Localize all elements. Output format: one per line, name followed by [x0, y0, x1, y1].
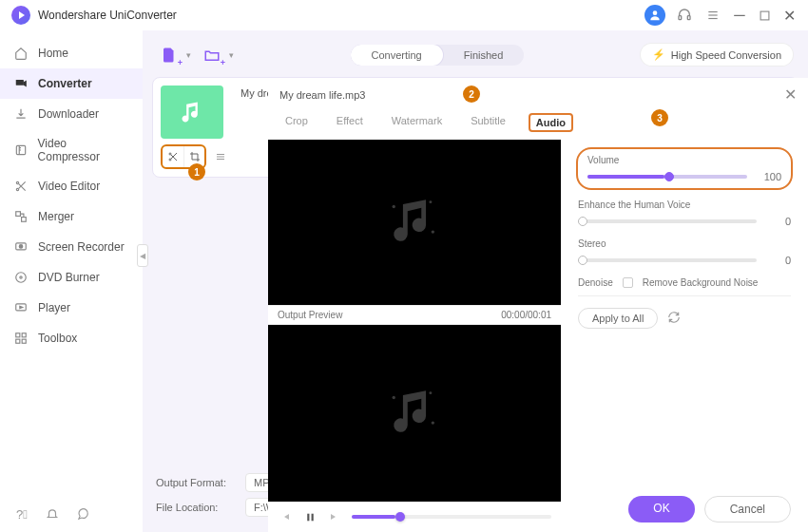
apply-to-all-button[interactable]: Apply to All: [578, 308, 658, 329]
sidebar-item-downloader[interactable]: Downloader: [0, 99, 143, 129]
volume-slider[interactable]: [587, 175, 747, 179]
sidebar-item-converter[interactable]: Converter: [0, 68, 143, 99]
toolbox-icon: [13, 331, 29, 346]
maximize-button[interactable]: [757, 10, 772, 21]
add-file-dropdown[interactable]: ▾: [186, 50, 191, 60]
download-icon: [13, 106, 29, 122]
svg-rect-19: [22, 333, 26, 337]
svg-point-23: [169, 159, 171, 161]
add-file-button[interactable]: +: [158, 45, 181, 66]
minimize-button[interactable]: ─: [732, 7, 747, 24]
svg-point-14: [19, 245, 23, 249]
app-logo: [11, 6, 30, 25]
ok-button[interactable]: OK: [628, 496, 694, 522]
sidebar-collapse-toggle[interactable]: ◀: [137, 244, 148, 267]
add-folder-button[interactable]: +: [201, 45, 223, 66]
volume-label: Volume: [587, 155, 781, 165]
denoise-row: Denoise Remove Background Noise: [578, 277, 791, 288]
enhance-slider[interactable]: [578, 219, 757, 223]
divider: [578, 295, 791, 296]
svg-rect-34: [311, 513, 313, 521]
bell-icon[interactable]: [44, 505, 61, 522]
svg-point-22: [169, 153, 171, 155]
reset-icon[interactable]: [667, 311, 681, 326]
sidebar-item-label: Merger: [38, 210, 74, 223]
sidebar-item-label: DVD Burner: [38, 271, 100, 284]
svg-rect-33: [307, 513, 309, 521]
tab-watermark[interactable]: Watermark: [386, 113, 448, 132]
sidebar-item-label: Home: [38, 47, 68, 60]
sidebar-item-label: Player: [38, 301, 70, 314]
callout-1: 1: [188, 163, 205, 180]
enhance-label: Enhance the Human Voice: [578, 200, 791, 210]
close-button[interactable]: ✕: [781, 7, 797, 25]
trim-button[interactable]: [163, 146, 183, 167]
source-preview: [268, 140, 561, 305]
playback-slider[interactable]: [352, 515, 551, 519]
bolt-icon: ⚡: [652, 48, 665, 61]
headset-icon[interactable]: [675, 6, 694, 25]
denoise-label: Denoise: [578, 277, 613, 288]
user-avatar[interactable]: [644, 5, 665, 26]
sidebar-item-label: Toolbox: [38, 332, 77, 345]
music-note-icon: [387, 193, 442, 252]
sidebar-item-player[interactable]: Player: [0, 293, 143, 323]
remove-bg-checkbox[interactable]: [623, 277, 633, 288]
sidebar-item-label: Converter: [38, 77, 92, 90]
dvd-icon: [13, 270, 29, 285]
editor-close-button[interactable]: ✕: [784, 86, 797, 104]
sidebar-item-recorder[interactable]: Screen Recorder: [0, 232, 143, 262]
svg-rect-1: [679, 16, 682, 20]
sidebar-item-label: Video Editor: [38, 180, 100, 193]
volume-value: 100: [757, 171, 781, 182]
sidebar-item-dvd[interactable]: DVD Burner: [0, 262, 143, 293]
svg-rect-6: [760, 11, 769, 20]
converter-icon: [13, 76, 29, 91]
svg-rect-21: [22, 339, 26, 343]
output-preview-label: Output Preview: [278, 310, 342, 320]
chat-icon[interactable]: [74, 505, 91, 522]
more-options-button[interactable]: [210, 146, 231, 167]
record-icon: [13, 239, 29, 255]
output-preview: [268, 325, 561, 502]
add-folder-dropdown[interactable]: ▾: [229, 50, 234, 60]
help-icon[interactable]: ?⃝: [13, 505, 30, 522]
file-thumbnail: [161, 86, 223, 139]
seg-converting[interactable]: Converting: [351, 45, 443, 66]
svg-point-27: [393, 205, 395, 208]
pause-button[interactable]: [302, 509, 317, 524]
tab-subtitle[interactable]: Subtitle: [465, 113, 511, 132]
stereo-slider[interactable]: [578, 258, 757, 262]
svg-point-29: [429, 200, 432, 203]
sidebar-item-label: Screen Recorder: [38, 240, 125, 254]
svg-rect-2: [687, 16, 690, 20]
editor-panel: My dream life.mp3 ✕ Crop Effect Watermar…: [268, 78, 808, 532]
sidebar-item-editor[interactable]: Video Editor: [0, 171, 143, 201]
sidebar-item-label: Video Compressor: [38, 137, 129, 163]
merge-icon: [13, 209, 29, 224]
next-button[interactable]: [327, 509, 342, 524]
high-speed-toggle[interactable]: ⚡ High Speed Conversion: [641, 44, 793, 66]
svg-rect-11: [16, 212, 21, 217]
tab-effect[interactable]: Effect: [331, 113, 369, 132]
svg-point-32: [429, 391, 432, 394]
play-icon: [13, 300, 29, 315]
tab-audio[interactable]: Audio: [529, 113, 573, 132]
svg-point-9: [16, 181, 18, 183]
sidebar-item-toolbox[interactable]: Toolbox: [0, 323, 143, 353]
svg-rect-12: [22, 218, 27, 222]
tab-crop[interactable]: Crop: [279, 113, 314, 132]
output-format-label: Output Format:: [156, 477, 232, 488]
titlebar: Wondershare UniConverter ─ ✕: [0, 0, 808, 30]
timecode: 00:00/00:01: [501, 310, 551, 320]
svg-rect-7: [16, 80, 24, 86]
cancel-button[interactable]: Cancel: [704, 496, 791, 522]
compress-icon: [13, 142, 29, 158]
seg-finished[interactable]: Finished: [443, 45, 525, 66]
menu-icon[interactable]: [703, 6, 722, 25]
sidebar-item-home[interactable]: Home: [0, 38, 143, 68]
sidebar-item-merger[interactable]: Merger: [0, 201, 143, 232]
prev-button[interactable]: [278, 509, 293, 524]
sidebar-item-compressor[interactable]: Video Compressor: [0, 129, 143, 171]
home-icon: [13, 46, 29, 61]
